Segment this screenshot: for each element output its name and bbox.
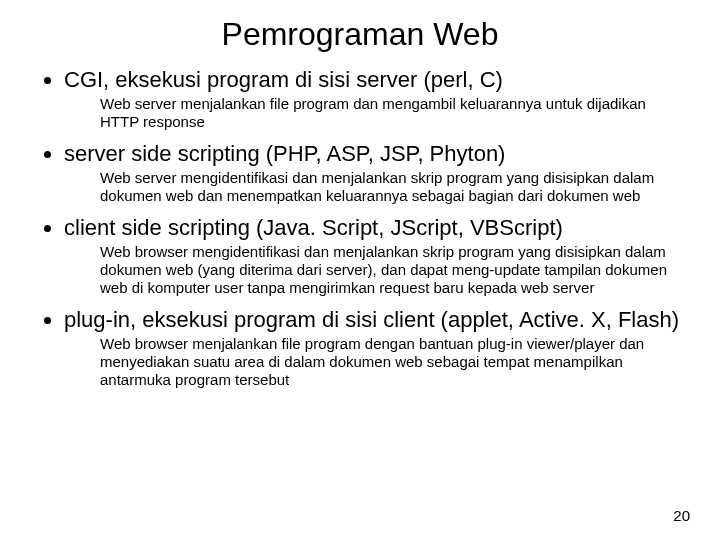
list-item-heading: server side scripting (PHP, ASP, JSP, Ph… [64, 141, 505, 166]
bullet-list: client side scripting (Java. Script, JSc… [30, 215, 690, 241]
slide: Pemrograman Web CGI, eksekusi program di… [0, 0, 720, 540]
list-item-desc: Web server mengidentifikasi dan menjalan… [100, 169, 670, 205]
list-item-heading: plug-in, eksekusi program di sisi client… [64, 307, 679, 332]
list-item: CGI, eksekusi program di sisi server (pe… [64, 67, 690, 93]
bullet-list: server side scripting (PHP, ASP, JSP, Ph… [30, 141, 690, 167]
list-item: server side scripting (PHP, ASP, JSP, Ph… [64, 141, 690, 167]
list-item-desc: Web server menjalankan file program dan … [100, 95, 670, 131]
list-item-heading: CGI, eksekusi program di sisi server (pe… [64, 67, 503, 92]
list-item-heading: client side scripting (Java. Script, JSc… [64, 215, 563, 240]
list-item: plug-in, eksekusi program di sisi client… [64, 307, 690, 333]
page-number: 20 [673, 507, 690, 524]
list-item-desc: Web browser mengidentifikasi dan menjala… [100, 243, 670, 297]
bullet-list: plug-in, eksekusi program di sisi client… [30, 307, 690, 333]
list-item-desc: Web browser menjalankan file program den… [100, 335, 670, 389]
list-item: client side scripting (Java. Script, JSc… [64, 215, 690, 241]
slide-title: Pemrograman Web [30, 16, 690, 53]
bullet-list: CGI, eksekusi program di sisi server (pe… [30, 67, 690, 93]
